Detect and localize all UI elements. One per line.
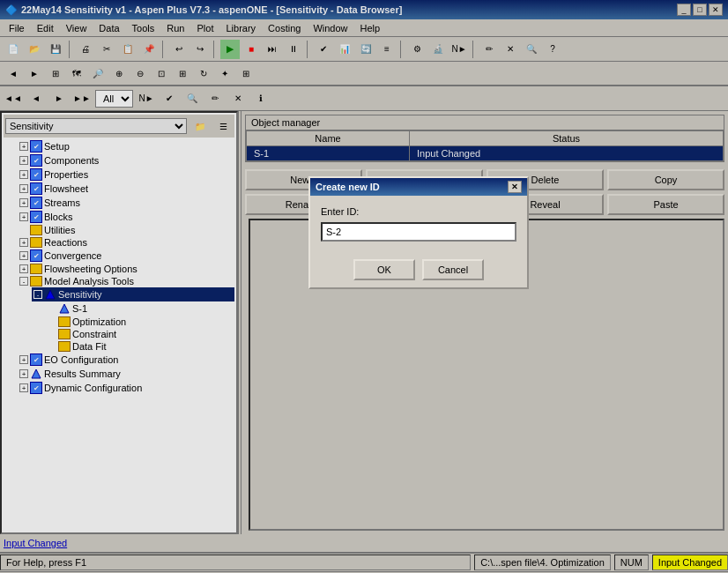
dialog-close-button[interactable]: ✕ xyxy=(508,181,522,193)
dialog-title-bar: Create new ID ✕ xyxy=(310,178,527,196)
modal-overlay: Create new ID ✕ Enter ID: OK Cancel xyxy=(0,0,728,573)
dialog-title-text: Create new ID xyxy=(316,182,380,192)
dialog-id-input[interactable] xyxy=(321,222,516,242)
dialog-label: Enter ID: xyxy=(321,206,359,217)
dialog-body: Enter ID: xyxy=(310,196,527,252)
dialog-ok-button[interactable]: OK xyxy=(353,259,415,280)
dialog-cancel-button[interactable]: Cancel xyxy=(422,259,484,280)
create-id-dialog: Create new ID ✕ Enter ID: OK Cancel xyxy=(308,176,529,289)
dialog-buttons: OK Cancel xyxy=(310,252,527,287)
